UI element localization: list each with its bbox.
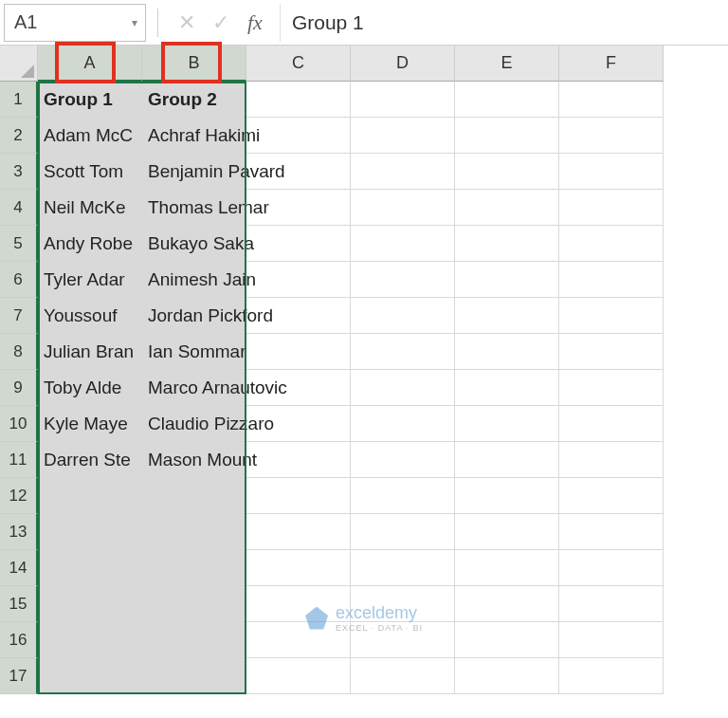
row-header-6[interactable]: 6	[0, 262, 38, 298]
cell-B10[interactable]: Claudio Pizzaro	[142, 406, 246, 442]
cell-D14[interactable]	[351, 550, 455, 586]
cell-A2[interactable]: Adam McC	[38, 118, 142, 154]
cell-E11[interactable]	[455, 442, 559, 478]
cell-E3[interactable]	[455, 154, 559, 190]
cell-D10[interactable]	[351, 406, 455, 442]
cell-C6[interactable]	[246, 262, 351, 298]
cell-C13[interactable]	[246, 514, 351, 550]
row-header-2[interactable]: 2	[0, 118, 38, 154]
cell-B9[interactable]: Marco Arnautovic	[142, 370, 246, 406]
cell-B1[interactable]: Group 2	[142, 82, 246, 118]
row-header-4[interactable]: 4	[0, 190, 38, 226]
cell-B15[interactable]	[142, 586, 246, 622]
cell-F8[interactable]	[559, 334, 664, 370]
cell-E2[interactable]	[455, 118, 559, 154]
fx-label[interactable]: fx	[247, 10, 263, 35]
select-all-corner[interactable]	[0, 46, 38, 82]
cell-F14[interactable]	[559, 550, 664, 586]
cell-C11[interactable]	[246, 442, 351, 478]
cell-E16[interactable]	[455, 622, 559, 658]
cell-B7[interactable]: Jordan Pickford	[142, 298, 246, 334]
cell-E17[interactable]	[455, 658, 559, 694]
row-header-1[interactable]: 1	[0, 82, 38, 118]
name-box[interactable]: A1 ▾	[4, 4, 146, 42]
cell-E15[interactable]	[455, 586, 559, 622]
cell-A15[interactable]	[38, 586, 142, 622]
row-header-11[interactable]: 11	[0, 442, 38, 478]
cell-B16[interactable]	[142, 622, 246, 658]
cell-F4[interactable]	[559, 190, 664, 226]
cell-A13[interactable]	[38, 514, 142, 550]
cell-A8[interactable]: Julian Bran	[38, 334, 142, 370]
cell-C14[interactable]	[246, 550, 351, 586]
row-header-5[interactable]: 5	[0, 226, 38, 262]
column-header-c[interactable]: C	[246, 46, 351, 82]
cell-A12[interactable]	[38, 478, 142, 514]
cell-D4[interactable]	[351, 190, 455, 226]
row-header-8[interactable]: 8	[0, 334, 38, 370]
cell-B5[interactable]: Bukayo Saka	[142, 226, 246, 262]
cell-E12[interactable]	[455, 478, 559, 514]
cell-F12[interactable]	[559, 478, 664, 514]
cell-C5[interactable]	[246, 226, 351, 262]
row-header-12[interactable]: 12	[0, 478, 38, 514]
cell-D9[interactable]	[351, 370, 455, 406]
column-header-e[interactable]: E	[455, 46, 559, 82]
cell-D6[interactable]	[351, 262, 455, 298]
cell-D8[interactable]	[351, 334, 455, 370]
row-header-17[interactable]: 17	[0, 658, 38, 694]
cell-B17[interactable]	[142, 658, 246, 694]
cell-F16[interactable]	[559, 622, 664, 658]
cell-F1[interactable]	[559, 82, 664, 118]
cell-A14[interactable]	[38, 550, 142, 586]
cell-F9[interactable]	[559, 370, 664, 406]
cell-E7[interactable]	[455, 298, 559, 334]
row-header-16[interactable]: 16	[0, 622, 38, 658]
row-header-7[interactable]: 7	[0, 298, 38, 334]
cell-B14[interactable]	[142, 550, 246, 586]
cell-E10[interactable]	[455, 406, 559, 442]
spreadsheet-grid[interactable]: ABCDEF1Group 1Group 22Adam McCAchraf Hak…	[0, 46, 728, 694]
cell-B8[interactable]: Ian Sommar	[142, 334, 246, 370]
cell-B4[interactable]: Thomas Lemar	[142, 190, 246, 226]
row-header-13[interactable]: 13	[0, 514, 38, 550]
cell-D13[interactable]	[351, 514, 455, 550]
cell-F17[interactable]	[559, 658, 664, 694]
cell-E9[interactable]	[455, 370, 559, 406]
column-header-d[interactable]: D	[351, 46, 455, 82]
cell-B3[interactable]: Benjamin Pavard	[142, 154, 246, 190]
cell-F7[interactable]	[559, 298, 664, 334]
cell-C12[interactable]	[246, 478, 351, 514]
row-header-15[interactable]: 15	[0, 586, 38, 622]
row-header-14[interactable]: 14	[0, 550, 38, 586]
cell-F10[interactable]	[559, 406, 664, 442]
cell-E1[interactable]	[455, 82, 559, 118]
formula-input[interactable]	[280, 4, 728, 42]
cell-C8[interactable]	[246, 334, 351, 370]
cell-D2[interactable]	[351, 118, 455, 154]
cell-A11[interactable]: Darren Ste	[38, 442, 142, 478]
cell-F6[interactable]	[559, 262, 664, 298]
cell-E6[interactable]	[455, 262, 559, 298]
cell-A9[interactable]: Toby Alde	[38, 370, 142, 406]
cell-F15[interactable]	[559, 586, 664, 622]
cell-B12[interactable]	[142, 478, 246, 514]
cell-D7[interactable]	[351, 298, 455, 334]
cell-D11[interactable]	[351, 442, 455, 478]
cell-D17[interactable]	[351, 658, 455, 694]
column-header-f[interactable]: F	[559, 46, 664, 82]
cell-E8[interactable]	[455, 334, 559, 370]
cell-A1[interactable]: Group 1	[38, 82, 142, 118]
cell-E5[interactable]	[455, 226, 559, 262]
cell-A17[interactable]	[38, 658, 142, 694]
cell-D1[interactable]	[351, 82, 455, 118]
cell-E4[interactable]	[455, 190, 559, 226]
cell-C17[interactable]	[246, 658, 351, 694]
row-header-9[interactable]: 9	[0, 370, 38, 406]
row-header-10[interactable]: 10	[0, 406, 38, 442]
chevron-down-icon[interactable]: ▾	[132, 16, 137, 29]
cell-A5[interactable]: Andy Robe	[38, 226, 142, 262]
cell-E14[interactable]	[455, 550, 559, 586]
cell-A3[interactable]: Scott Tom	[38, 154, 142, 190]
cell-D5[interactable]	[351, 226, 455, 262]
